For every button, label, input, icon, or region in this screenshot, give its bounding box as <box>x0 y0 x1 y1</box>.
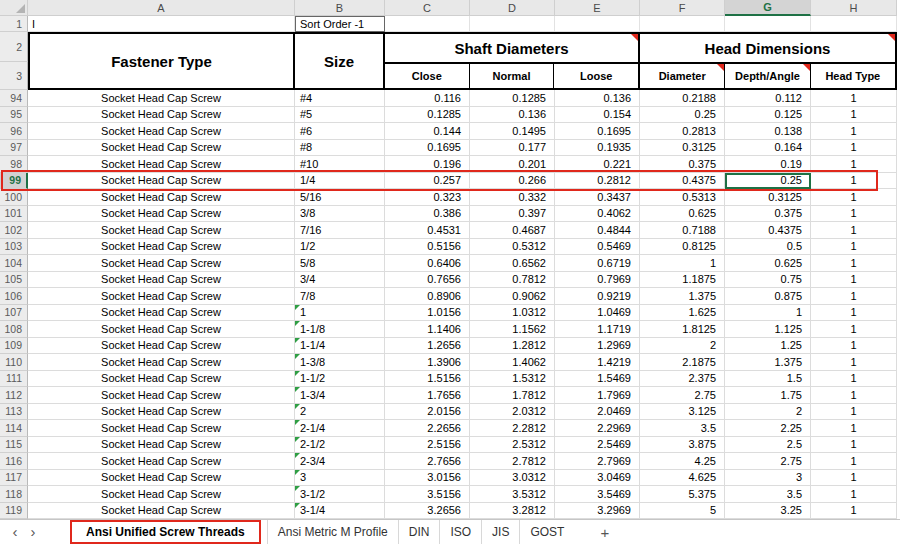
cell-fastener-type[interactable]: Socket Head Cap Screw <box>28 437 295 454</box>
cell-head-type[interactable]: 1 <box>811 222 897 239</box>
header-close[interactable]: Close <box>385 64 470 88</box>
header-shaft-diameters[interactable]: Shaft Diameters <box>385 34 638 62</box>
cell-close[interactable]: 0.7656 <box>385 272 470 289</box>
cell-size[interactable]: 1/4 <box>295 173 385 190</box>
header-fastener-type[interactable]: Fastener Type <box>28 32 295 90</box>
row-header[interactable]: 114 <box>0 420 28 437</box>
cell-size[interactable]: 2-3/4 <box>295 453 385 470</box>
cell-fastener-type[interactable]: Socket Head Cap Screw <box>28 503 295 520</box>
column-header-h[interactable]: H <box>811 0 897 16</box>
cell-size[interactable]: #10 <box>295 156 385 173</box>
cell-depth-angle[interactable]: 0.112 <box>725 90 811 107</box>
cell-head-type[interactable]: 1 <box>811 420 897 437</box>
tabs-scroll-left-icon[interactable]: ‹ <box>6 521 24 543</box>
cell-close[interactable]: 0.5156 <box>385 239 470 256</box>
row-header[interactable]: 113 <box>0 404 28 421</box>
column-header-g[interactable]: G <box>725 0 811 16</box>
cell-diameter[interactable]: 2.75 <box>640 387 725 404</box>
cell-depth-angle[interactable]: 3 <box>725 470 811 487</box>
cell-depth-angle[interactable]: 0.25 <box>725 173 811 190</box>
cell-size[interactable]: 2 <box>295 404 385 421</box>
row-header[interactable]: 119 <box>0 503 28 520</box>
cell-depth-angle[interactable]: 3.5 <box>725 486 811 503</box>
cell-size[interactable]: 7/8 <box>295 288 385 305</box>
cell-size[interactable]: 2-1/2 <box>295 437 385 454</box>
cell-close[interactable]: 0.386 <box>385 206 470 223</box>
row-header[interactable]: 100 <box>0 189 28 206</box>
cell-depth-angle[interactable]: 1.25 <box>725 338 811 355</box>
cell-head-type[interactable]: 1 <box>811 321 897 338</box>
row-header[interactable]: 105 <box>0 272 28 289</box>
cell-fastener-type[interactable]: Socket Head Cap Screw <box>28 354 295 371</box>
sheet-tab[interactable]: Ansi Metric M Profile <box>267 520 398 544</box>
cell-diameter[interactable]: 5 <box>640 503 725 520</box>
cell-size[interactable]: 1/2 <box>295 239 385 256</box>
cell-size[interactable]: 5/8 <box>295 255 385 272</box>
cell-normal[interactable]: 1.2812 <box>470 338 555 355</box>
sheet-tab[interactable]: ISO <box>439 520 481 544</box>
cell-head-type[interactable]: 1 <box>811 107 897 124</box>
sheet-tab[interactable]: Ansi Unified Screw Threads <box>70 520 261 544</box>
cell-diameter[interactable]: 1 <box>640 255 725 272</box>
row-header[interactable]: 108 <box>0 321 28 338</box>
cell-fastener-type[interactable]: Socket Head Cap Screw <box>28 272 295 289</box>
cell-diameter[interactable]: 2.1875 <box>640 354 725 371</box>
cell-loose[interactable]: 3.2969 <box>555 503 640 520</box>
cell-close[interactable]: 1.5156 <box>385 371 470 388</box>
cell-loose[interactable]: 2.7969 <box>555 453 640 470</box>
cell-depth-angle[interactable]: 0.4375 <box>725 222 811 239</box>
row-header[interactable]: 115 <box>0 437 28 454</box>
cell-e1[interactable] <box>555 16 640 32</box>
cell-depth-angle[interactable]: 0.625 <box>725 255 811 272</box>
row-header[interactable]: 3 <box>0 62 28 90</box>
row-header[interactable]: 107 <box>0 305 28 322</box>
cell-loose[interactable]: 2.2969 <box>555 420 640 437</box>
cell-normal[interactable]: 2.5312 <box>470 437 555 454</box>
cell-fastener-type[interactable]: Socket Head Cap Screw <box>28 189 295 206</box>
cell-close[interactable]: 1.2656 <box>385 338 470 355</box>
cell-depth-angle[interactable]: 1 <box>725 305 811 322</box>
cell-head-type[interactable]: 1 <box>811 189 897 206</box>
row-header[interactable]: 117 <box>0 470 28 487</box>
cell-head-type[interactable]: 1 <box>811 503 897 520</box>
cell-fastener-type[interactable]: Socket Head Cap Screw <box>28 140 295 157</box>
cell-head-type[interactable]: 1 <box>811 173 897 190</box>
cell-size[interactable]: 5/16 <box>295 189 385 206</box>
cell-depth-angle[interactable]: 2.75 <box>725 453 811 470</box>
cell-diameter[interactable]: 0.7188 <box>640 222 725 239</box>
cell-depth-angle[interactable]: 2 <box>725 404 811 421</box>
cell-head-type[interactable]: 1 <box>811 404 897 421</box>
cell-normal[interactable]: 0.7812 <box>470 272 555 289</box>
select-all-button[interactable] <box>0 0 28 16</box>
cell-normal[interactable]: 3.5312 <box>470 486 555 503</box>
column-header-c[interactable]: C <box>385 0 470 16</box>
cell-depth-angle[interactable]: 2.25 <box>725 420 811 437</box>
header-normal[interactable]: Normal <box>470 64 555 88</box>
cell-depth-angle[interactable]: 3.25 <box>725 503 811 520</box>
row-header[interactable]: 94 <box>0 90 28 107</box>
cell-loose[interactable]: 0.4062 <box>555 206 640 223</box>
row-header[interactable]: 97 <box>0 140 28 157</box>
cell-depth-angle[interactable]: 0.19 <box>725 156 811 173</box>
cell-normal[interactable]: 0.5312 <box>470 239 555 256</box>
cell-fastener-type[interactable]: Socket Head Cap Screw <box>28 239 295 256</box>
cell-loose[interactable]: 0.4844 <box>555 222 640 239</box>
cell-normal[interactable]: 0.201 <box>470 156 555 173</box>
cell-fastener-type[interactable]: Socket Head Cap Screw <box>28 371 295 388</box>
cell-fastener-type[interactable]: Socket Head Cap Screw <box>28 453 295 470</box>
cell-normal[interactable]: 0.177 <box>470 140 555 157</box>
cell-close[interactable]: 0.144 <box>385 123 470 140</box>
header-head-dimensions[interactable]: Head Dimensions <box>640 34 895 62</box>
row-header[interactable]: 99 <box>0 173 28 190</box>
row-header[interactable]: 102 <box>0 222 28 239</box>
cell-head-type[interactable]: 1 <box>811 486 897 503</box>
row-header[interactable]: 111 <box>0 371 28 388</box>
cell-loose[interactable]: 1.4219 <box>555 354 640 371</box>
cell-fastener-type[interactable]: Socket Head Cap Screw <box>28 206 295 223</box>
cell-normal[interactable]: 0.6562 <box>470 255 555 272</box>
cell-g1[interactable] <box>725 16 811 32</box>
cell-normal[interactable]: 1.5312 <box>470 371 555 388</box>
cell-diameter[interactable]: 0.5313 <box>640 189 725 206</box>
row-header[interactable]: 118 <box>0 486 28 503</box>
header-depth-angle[interactable]: Depth/Angle <box>725 64 810 88</box>
